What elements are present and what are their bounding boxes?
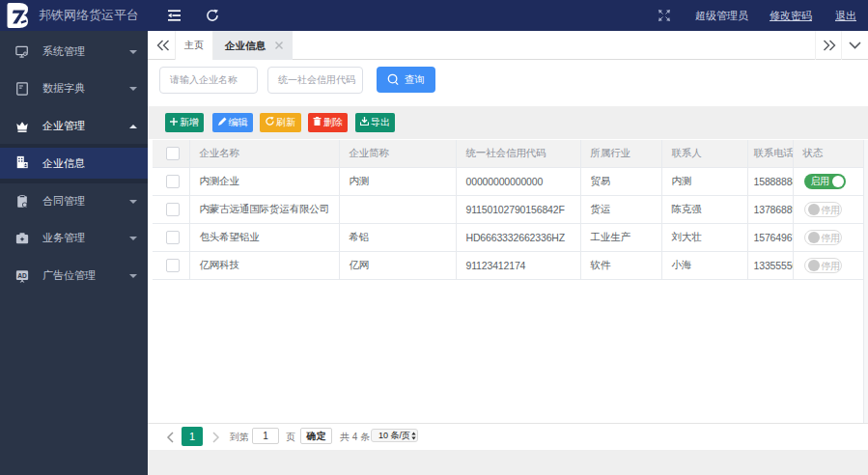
svg-text:AD: AD (17, 271, 27, 278)
